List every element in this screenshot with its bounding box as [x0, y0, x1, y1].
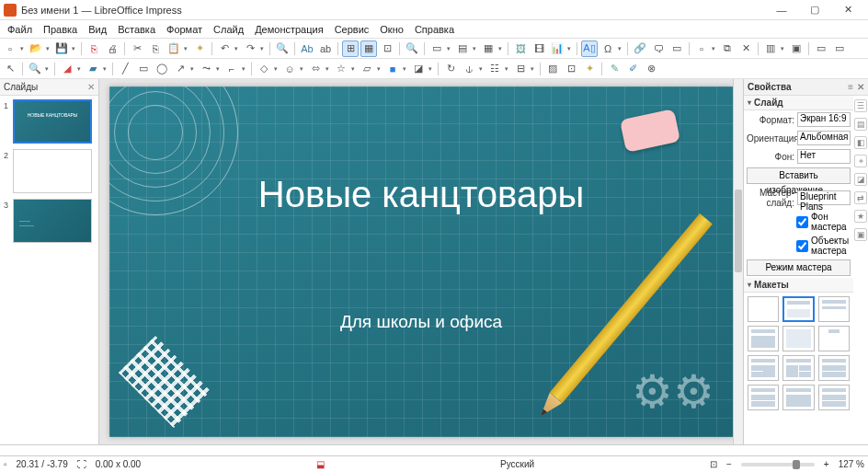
zoom-fit-icon[interactable]: ⊡ — [710, 459, 717, 469]
menu-help[interactable]: Справка — [409, 22, 460, 37]
snap-icon[interactable]: ▦ — [360, 40, 377, 57]
view-normal-icon[interactable]: ▭ — [428, 40, 445, 57]
align-icon[interactable]: ⫝ — [461, 61, 477, 77]
slide-master-icon[interactable]: ▣ — [788, 40, 805, 57]
zoom-value[interactable]: 127 % — [839, 459, 864, 469]
slides-panel-close-icon[interactable]: ✕ — [87, 82, 95, 92]
menu-view[interactable]: Вид — [83, 22, 112, 37]
export-pdf-icon[interactable]: ⎘ — [86, 40, 102, 57]
paste-icon[interactable]: 📋 — [166, 40, 182, 57]
view-outline-icon[interactable]: ▤ — [454, 40, 471, 57]
points-icon[interactable]: ✎ — [606, 61, 622, 77]
insert-special-icon[interactable]: Ω — [600, 40, 616, 57]
layout-blank[interactable] — [748, 296, 779, 322]
slide-thumbnail-2[interactable] — [13, 149, 92, 193]
del-slide-icon[interactable]: ✕ — [737, 40, 754, 57]
tab-properties-icon[interactable]: ☰ — [854, 99, 867, 112]
new-icon[interactable]: ▫ — [2, 40, 18, 57]
menu-slide[interactable]: Слайд — [208, 22, 249, 37]
start-current-icon[interactable]: ▭ — [831, 40, 848, 57]
undo-icon[interactable]: ↶ — [216, 40, 233, 57]
guides-icon[interactable]: ⊡ — [379, 40, 395, 57]
curve-icon[interactable]: ⤳ — [198, 61, 214, 77]
spellcheck-icon[interactable]: Ab — [299, 40, 315, 57]
ellipse-icon[interactable]: ◯ — [154, 61, 170, 77]
close-button[interactable]: ✕ — [831, 1, 864, 19]
tab-animation-icon[interactable]: ★ — [854, 210, 867, 223]
insert-image-button[interactable]: Вставить изображение... — [747, 167, 851, 184]
menu-edit[interactable]: Правка — [38, 22, 83, 37]
clone-format-icon[interactable]: ✦ — [191, 40, 208, 57]
open-icon[interactable]: 📂 — [28, 40, 44, 57]
new-slide-icon[interactable]: ▫ — [693, 40, 710, 57]
menu-slideshow[interactable]: Демонстрация — [249, 22, 329, 37]
layout-item[interactable] — [818, 385, 850, 410]
arrange-icon[interactable]: ☷ — [486, 61, 503, 77]
tab-transition-icon[interactable]: ⇄ — [854, 191, 867, 204]
cut-icon[interactable]: ✂ — [129, 40, 145, 57]
insert-comment-icon[interactable]: 🗨 — [650, 40, 667, 57]
print-icon[interactable]: 🖨 — [104, 40, 120, 57]
insert-textbox-icon[interactable]: A▯ — [581, 40, 598, 57]
menu-insert[interactable]: Вставка — [112, 22, 161, 37]
section-layouts[interactable]: Макеты — [744, 278, 853, 293]
crop-icon[interactable]: ⊡ — [563, 61, 579, 77]
arrow-shapes-icon[interactable]: ⬄ — [307, 61, 324, 77]
basic-shapes-icon[interactable]: ◇ — [256, 61, 272, 77]
redo-icon[interactable]: ↷ — [242, 40, 258, 57]
glue-icon[interactable]: ✐ — [624, 61, 641, 77]
symbol-shapes-icon[interactable]: ☺ — [281, 61, 298, 77]
zoom-slider[interactable] — [741, 463, 815, 466]
menu-file[interactable]: Файл — [2, 22, 38, 37]
slide-thumbnail-3[interactable]: ——————— — [13, 199, 92, 243]
layout-item[interactable] — [782, 385, 814, 410]
fill-color-icon[interactable]: ▰ — [85, 61, 101, 77]
star-shapes-icon[interactable]: ☆ — [333, 61, 349, 77]
zoom-pan-icon[interactable]: 🔍 — [27, 61, 43, 77]
maximize-button[interactable]: ▢ — [798, 1, 831, 19]
slide-thumbnail-1[interactable]: НОВЫЕ КАНЦТОВАРЫ — [13, 99, 92, 144]
tab-styles-icon[interactable]: ▤ — [854, 118, 867, 131]
tab-shapes-icon[interactable]: ◪ — [854, 173, 867, 186]
zoom-out-icon[interactable]: − — [726, 459, 732, 469]
layout-item[interactable] — [748, 385, 779, 410]
rect-icon[interactable]: ▭ — [135, 61, 152, 77]
slide-title[interactable]: Новые канцтовары — [109, 174, 733, 215]
grid-icon[interactable]: ⊞ — [342, 40, 359, 57]
select-icon[interactable]: ↖ — [2, 61, 18, 77]
orientation-select[interactable]: Альбомная — [797, 131, 851, 145]
minimize-button[interactable]: — — [765, 1, 798, 19]
rotate-icon[interactable]: ↻ — [442, 61, 459, 77]
callout-shapes-icon[interactable]: ▱ — [359, 61, 375, 77]
slide-layout-icon[interactable]: ▥ — [762, 40, 779, 57]
slide-subtitle[interactable]: Для школы и офиса — [109, 312, 733, 332]
tab-master-icon[interactable]: ▣ — [854, 228, 867, 241]
status-save-icon[interactable]: ⬓ — [316, 459, 325, 469]
connector-icon[interactable]: ⌐ — [223, 61, 240, 77]
current-slide[interactable]: ⚙⚙ Новые канцтовары Для школы и офиса — [109, 86, 733, 437]
slide-editor[interactable]: ⚙⚙ Новые канцтовары Для школы и офиса — [99, 79, 743, 444]
3d-icon[interactable]: ◪ — [410, 61, 427, 77]
line-color-icon[interactable]: ◢ — [59, 61, 75, 77]
master-bg-checkbox[interactable] — [796, 216, 808, 228]
panel-menu-icon[interactable]: ≡ — [848, 82, 853, 92]
tab-gallery-icon[interactable]: ◧ — [854, 136, 867, 149]
horizontal-scrollbar[interactable] — [0, 444, 868, 455]
line-icon[interactable]: ╱ — [117, 61, 133, 77]
table-icon[interactable]: ▦ — [480, 40, 497, 57]
extrusion-icon[interactable]: ⊗ — [643, 61, 659, 77]
layout-item[interactable] — [818, 296, 850, 322]
format-select[interactable]: Экран 16:9 — [797, 112, 851, 127]
layout-item[interactable] — [782, 326, 814, 351]
menu-format[interactable]: Формат — [161, 22, 208, 37]
distribute-icon[interactable]: ⊟ — [512, 61, 529, 77]
background-select[interactable]: Нет — [797, 149, 851, 164]
insert-chart-icon[interactable]: 📊 — [549, 40, 565, 57]
layout-item[interactable] — [748, 355, 779, 381]
insert-av-icon[interactable]: 🎞 — [531, 40, 547, 57]
vertical-scrollbar[interactable] — [733, 79, 743, 444]
flowchart-icon[interactable]: ■ — [384, 61, 401, 77]
start-slideshow-icon[interactable]: ▭ — [813, 40, 829, 57]
status-language[interactable]: Русский — [500, 459, 534, 469]
menu-tools[interactable]: Сервис — [329, 22, 375, 37]
